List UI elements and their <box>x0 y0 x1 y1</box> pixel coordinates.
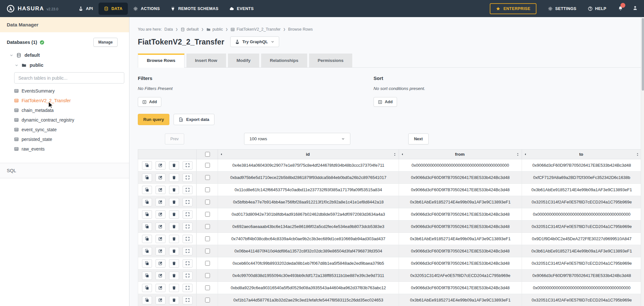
edit-row-button[interactable] <box>156 210 166 219</box>
copy-row-button[interactable] <box>142 259 152 268</box>
sidebar-item-public-schema[interactable]: public <box>0 63 129 68</box>
tab-relationships[interactable]: Relationships <box>261 54 307 67</box>
rows-per-page-select[interactable]: 100 rows <box>244 133 350 145</box>
row-checkbox[interactable] <box>205 285 210 290</box>
breadcrumb-item-browse-rows[interactable]: Browse Rows <box>288 27 313 32</box>
user-menu-button[interactable] <box>633 5 638 12</box>
breadcrumb-item-default[interactable]: default <box>181 27 199 32</box>
expand-row-button[interactable] <box>183 210 193 219</box>
edit-row-button[interactable] <box>156 198 166 206</box>
nav-item-remote-schemas[interactable]: REMOTE SCHEMAS <box>165 3 224 15</box>
copy-row-button[interactable] <box>142 271 152 280</box>
edit-row-button[interactable] <box>156 186 166 194</box>
select-all-checkbox[interactable] <box>205 152 210 157</box>
row-checkbox[interactable] <box>205 273 210 278</box>
nav-item-events[interactable]: EVENTS <box>224 3 259 15</box>
row-checkbox[interactable] <box>205 212 210 217</box>
edit-row-button[interactable] <box>156 161 166 170</box>
row-checkbox[interactable] <box>205 224 210 229</box>
sidebar-table-event-sync-state[interactable]: event_sync_state <box>0 125 129 134</box>
sort-column-icon[interactable] <box>393 153 397 156</box>
copy-row-button[interactable] <box>142 247 152 255</box>
version-label[interactable]: v2.23.0 <box>47 7 58 11</box>
row-checkbox[interactable] <box>205 236 210 241</box>
row-checkbox[interactable] <box>205 261 210 266</box>
sort-column-icon[interactable] <box>516 153 520 156</box>
expand-row-button[interactable] <box>183 296 193 304</box>
sidebar-item-sql[interactable]: SQL <box>0 163 129 178</box>
breadcrumb-item-public[interactable]: public <box>206 27 223 32</box>
edit-row-button[interactable] <box>156 173 166 182</box>
row-checkbox[interactable] <box>205 200 210 204</box>
edit-row-button[interactable] <box>156 222 166 231</box>
next-page-button[interactable]: Next <box>408 133 429 144</box>
try-graphql-button[interactable]: Try GraphQL <box>230 36 279 47</box>
tab-modify[interactable]: Modify <box>228 54 260 67</box>
expand-row-button[interactable] <box>183 271 193 280</box>
expand-row-button[interactable] <box>183 284 193 292</box>
sidebar-table-chain-metadata[interactable]: chain_metadata <box>0 105 129 115</box>
expand-row-button[interactable] <box>183 198 193 206</box>
edit-row-button[interactable] <box>156 259 166 268</box>
row-checkbox[interactable] <box>205 187 210 192</box>
expand-row-button[interactable] <box>183 161 193 170</box>
edit-row-button[interactable] <box>156 247 166 255</box>
expand-row-button[interactable] <box>183 235 193 243</box>
delete-row-button[interactable] <box>169 186 179 194</box>
settings-button[interactable]: SETTINGS <box>548 6 576 11</box>
add-sort-button[interactable]: Add <box>374 97 397 107</box>
copy-row-button[interactable] <box>142 186 152 194</box>
expand-row-button[interactable] <box>183 247 193 255</box>
delete-row-button[interactable] <box>169 222 179 231</box>
delete-row-button[interactable] <box>169 235 179 243</box>
run-query-button[interactable]: Run query <box>138 114 169 125</box>
expand-row-button[interactable] <box>183 173 193 182</box>
page-scrollbar[interactable] <box>641 17 644 306</box>
delete-row-button[interactable] <box>169 259 179 268</box>
copy-row-button[interactable] <box>142 173 152 182</box>
copy-row-button[interactable] <box>142 296 152 304</box>
sidebar-table-fiattokenv2-2-transfer[interactable]: FiatTokenV2_2_Transfer <box>0 96 129 105</box>
row-checkbox[interactable] <box>205 163 210 168</box>
row-checkbox[interactable] <box>205 175 210 180</box>
expand-row-button[interactable] <box>183 259 193 268</box>
copy-row-button[interactable] <box>142 284 152 292</box>
edit-row-button[interactable] <box>156 296 166 304</box>
delete-row-button[interactable] <box>169 198 179 206</box>
copy-row-button[interactable] <box>142 198 152 206</box>
row-checkbox[interactable] <box>205 249 210 253</box>
sidebar-table-raw-events[interactable]: raw_events <box>0 144 129 154</box>
sort-column-icon[interactable] <box>636 153 639 156</box>
breadcrumb-item-data[interactable]: Data <box>165 27 173 32</box>
collapse-column-icon[interactable] <box>524 153 527 156</box>
nav-item-actions[interactable]: ACTIONS <box>128 3 165 15</box>
copy-row-button[interactable] <box>142 222 152 231</box>
prev-page-button[interactable]: Prev <box>165 133 184 144</box>
edit-row-button[interactable] <box>156 235 166 243</box>
column-header-to[interactable]: to <box>522 150 642 159</box>
table-search-input[interactable] <box>14 72 124 84</box>
tab-permissions[interactable]: Permissions <box>309 54 352 67</box>
breadcrumb-item-fiattokenv2-2-transfer[interactable]: FiatTokenV2_2_Transfer <box>231 27 280 32</box>
sidebar-item-default-database[interactable]: default <box>0 53 129 58</box>
manage-button[interactable]: Manage <box>93 38 118 47</box>
edit-row-button[interactable] <box>156 271 166 280</box>
sidebar-table-persisted-state[interactable]: persisted_state <box>0 134 129 144</box>
chevron-down-icon[interactable] <box>10 54 13 57</box>
edit-row-button[interactable] <box>156 284 166 292</box>
delete-row-button[interactable] <box>169 173 179 182</box>
tab-browse-rows[interactable]: Browse Rows <box>138 54 185 68</box>
help-button[interactable]: HELP <box>588 6 606 11</box>
expand-row-button[interactable] <box>183 186 193 194</box>
sidebar-table-eventssummary[interactable]: EventsSummary <box>0 86 129 96</box>
expand-row-button[interactable] <box>183 222 193 231</box>
column-header-from[interactable]: from <box>399 150 522 159</box>
delete-row-button[interactable] <box>169 284 179 292</box>
delete-row-button[interactable] <box>169 296 179 304</box>
add-filter-button[interactable]: Add <box>138 97 161 107</box>
delete-row-button[interactable] <box>169 247 179 255</box>
scrollbar-thumb[interactable] <box>642 18 644 91</box>
copy-row-button[interactable] <box>142 235 152 243</box>
collapse-column-icon[interactable] <box>401 153 404 156</box>
export-data-button[interactable]: Export data <box>174 114 214 125</box>
